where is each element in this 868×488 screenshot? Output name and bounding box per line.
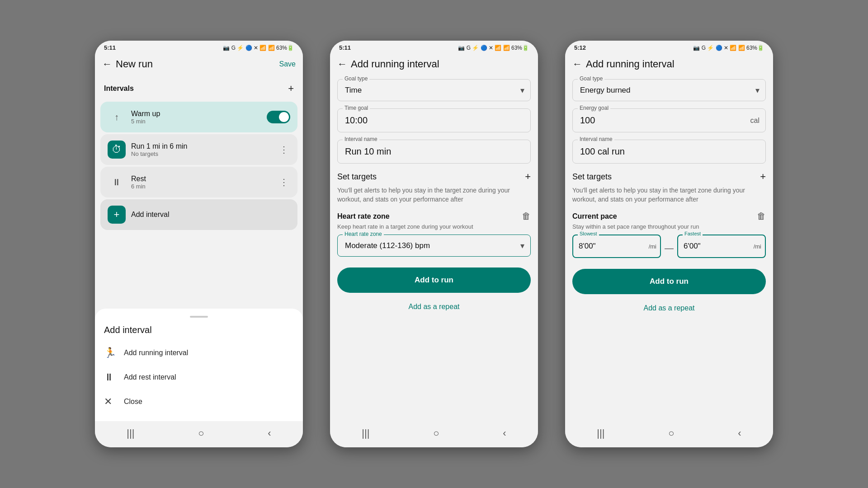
- current-pace-desc: Stay within a set pace range throughout …: [572, 223, 766, 230]
- add-interval-button[interactable]: + Add interval: [100, 199, 297, 230]
- time-goal-input[interactable]: [337, 108, 531, 132]
- run-name: Run 1 mi in 6 min: [131, 142, 272, 150]
- add-to-run-btn-2[interactable]: Add to run: [337, 267, 531, 293]
- interval-rest: ⏸ Rest 6 min ⋮: [100, 167, 297, 197]
- back-button-2[interactable]: ←: [337, 56, 351, 72]
- page-title-2: Add running interval: [351, 58, 531, 70]
- screen1-content: Intervals + ↑ Warm up 5 min ⏱ Run 1 mi i…: [95, 75, 303, 309]
- nav-recent-3[interactable]: |||: [588, 425, 613, 442]
- slowest-input[interactable]: [572, 235, 661, 258]
- heart-rate-desc: Keep heart rate in a target zone during …: [337, 223, 531, 230]
- heart-rate-zone-label: Heart rate zone: [343, 231, 384, 237]
- close-label: Close: [124, 398, 142, 406]
- add-to-run-btn-3[interactable]: Add to run: [572, 269, 766, 294]
- interval-name-field-2: Interval name: [337, 140, 531, 164]
- heart-rate-delete-btn[interactable]: 🗑: [522, 211, 531, 221]
- interval-name-input-2[interactable]: [337, 140, 531, 164]
- goal-type-select-3[interactable]: Time Distance Energy burned: [572, 79, 766, 101]
- appbar-3: ← Add running interval: [565, 53, 773, 75]
- status-time-3: 5:12: [574, 44, 586, 51]
- nav-recent-2[interactable]: |||: [353, 425, 378, 442]
- heart-rate-title: Heart rate zone: [337, 212, 390, 221]
- status-bar-3: 5:12 📷 G ⚡ 🔵 ✕ 📶 📶 63%🔋: [565, 41, 773, 53]
- add-interval-plus-icon: +: [108, 206, 126, 224]
- targets-desc-2: You'll get alerts to help you stay in th…: [337, 186, 531, 204]
- rest-icon: ⏸: [108, 173, 126, 191]
- interval-name-input-3[interactable]: [572, 140, 766, 164]
- current-pace-target-card: Current pace 🗑 Stay within a set pace ra…: [572, 211, 766, 258]
- add-interval-plus-btn[interactable]: +: [288, 83, 294, 94]
- heart-rate-zone-select[interactable]: Moderate (112-136) bpm Easy (89-111) bpm…: [337, 235, 531, 257]
- status-bar-1: 5:11 📷 G ⚡ 🔵 ✕ 📶 📶 63%🔋: [95, 41, 303, 53]
- target-card-header-2: Heart rate zone 🗑: [337, 211, 531, 221]
- back-button-3[interactable]: ←: [572, 56, 586, 72]
- status-icons-3: 📷 G ⚡ 🔵 ✕ 📶 📶 63%🔋: [693, 45, 764, 51]
- energy-goal-field: Energy goal cal: [572, 108, 766, 132]
- warmup-name: Warm up: [131, 110, 261, 118]
- nav-bar-2: ||| ○ ‹: [330, 421, 538, 447]
- run-info: Run 1 mi in 6 min No targets: [131, 142, 272, 157]
- page-title-3: Add running interval: [586, 58, 766, 70]
- fastest-field: Fastest /mi: [677, 235, 766, 258]
- screen1-phone: 5:11 📷 G ⚡ 🔵 ✕ 📶 📶 63%🔋 ← New run Save I…: [95, 41, 303, 447]
- targets-section-2: Set targets + You'll get alerts to help …: [337, 171, 531, 257]
- rest-interval-icon: ⏸: [104, 371, 117, 383]
- intervals-section-header: Intervals +: [95, 75, 303, 100]
- energy-goal-label: Energy goal: [578, 105, 610, 111]
- goal-type-select[interactable]: Time Distance Energy burned: [337, 79, 531, 101]
- warmup-icon: ↑: [108, 108, 126, 126]
- targets-add-btn-3[interactable]: +: [760, 171, 766, 183]
- intervals-label: Intervals: [104, 84, 134, 93]
- targets-section-3: Set targets + You'll get alerts to help …: [572, 171, 766, 258]
- targets-title-3: Set targets: [572, 172, 612, 182]
- screen2-phone: 5:11 📷 G ⚡ 🔵 ✕ 📶 📶 63%🔋 ← Add running in…: [330, 41, 538, 447]
- warmup-toggle[interactable]: [267, 111, 290, 123]
- current-pace-delete-btn[interactable]: 🗑: [757, 211, 766, 221]
- run-more-btn[interactable]: ⋮: [278, 142, 290, 157]
- status-bar-2: 5:11 📷 G ⚡ 🔵 ✕ 📶 📶 63%🔋: [330, 41, 538, 53]
- goal-type-label: Goal type: [343, 75, 369, 82]
- nav-bar-1: ||| ○ ‹: [95, 421, 303, 447]
- sheet-title: Add interval: [95, 325, 303, 341]
- interval-name-label-2: Interval name: [343, 136, 379, 142]
- screen3-phone: 5:12 📷 G ⚡ 🔵 ✕ 📶 📶 63%🔋 ← Add running in…: [565, 41, 773, 447]
- running-icon: 🏃: [104, 347, 117, 359]
- heart-rate-zone-field: Heart rate zone Moderate (112-136) bpm E…: [337, 235, 531, 257]
- status-icons-1: 📷 G ⚡ 🔵 ✕ 📶 📶 63%🔋: [223, 45, 294, 51]
- time-goal-label: Time goal: [343, 105, 370, 111]
- nav-home-1[interactable]: ○: [189, 425, 213, 442]
- nav-recent-1[interactable]: |||: [118, 425, 143, 442]
- slowest-unit: /mi: [649, 243, 656, 250]
- nav-home-2[interactable]: ○: [424, 425, 448, 442]
- energy-goal-input[interactable]: [572, 108, 766, 132]
- targets-title-2: Set targets: [337, 172, 377, 182]
- back-button-1[interactable]: ←: [102, 56, 116, 72]
- sheet-close[interactable]: ✕ Close: [95, 389, 303, 414]
- rest-more-btn[interactable]: ⋮: [278, 175, 290, 189]
- sheet-add-running[interactable]: 🏃 Add running interval: [95, 341, 303, 365]
- goal-type-label-3: Goal type: [578, 75, 604, 82]
- rest-info: Rest 6 min: [131, 175, 272, 190]
- add-as-repeat-btn-2[interactable]: Add as a repeat: [337, 296, 531, 317]
- goal-type-field: Goal type Time Distance Energy burned ▾: [337, 79, 531, 101]
- nav-home-3[interactable]: ○: [659, 425, 683, 442]
- nav-back-2[interactable]: ‹: [494, 425, 515, 442]
- page-title-1: New run: [116, 58, 279, 70]
- goal-type-field-3: Goal type Time Distance Energy burned ▾: [572, 79, 766, 101]
- rest-sub: 6 min: [131, 183, 272, 190]
- warmup-info: Warm up 5 min: [131, 110, 261, 125]
- screen2-content: Goal type Time Distance Energy burned ▾ …: [330, 75, 538, 421]
- save-button-1[interactable]: Save: [279, 60, 296, 68]
- interval-name-label-3: Interval name: [578, 136, 614, 142]
- slowest-label: Slowest: [578, 231, 599, 236]
- nav-back-3[interactable]: ‹: [729, 425, 750, 442]
- sheet-add-rest[interactable]: ⏸ Add rest interval: [95, 365, 303, 389]
- targets-add-btn-2[interactable]: +: [525, 171, 531, 183]
- heart-rate-target-card: Heart rate zone 🗑 Keep heart rate in a t…: [337, 211, 531, 257]
- status-time-1: 5:11: [104, 44, 116, 51]
- add-as-repeat-btn-3[interactable]: Add as a repeat: [572, 298, 766, 319]
- fastest-input[interactable]: [677, 235, 766, 258]
- slowest-field: Slowest /mi: [572, 235, 661, 258]
- nav-back-1[interactable]: ‹: [259, 425, 280, 442]
- sheet-handle: [190, 316, 208, 318]
